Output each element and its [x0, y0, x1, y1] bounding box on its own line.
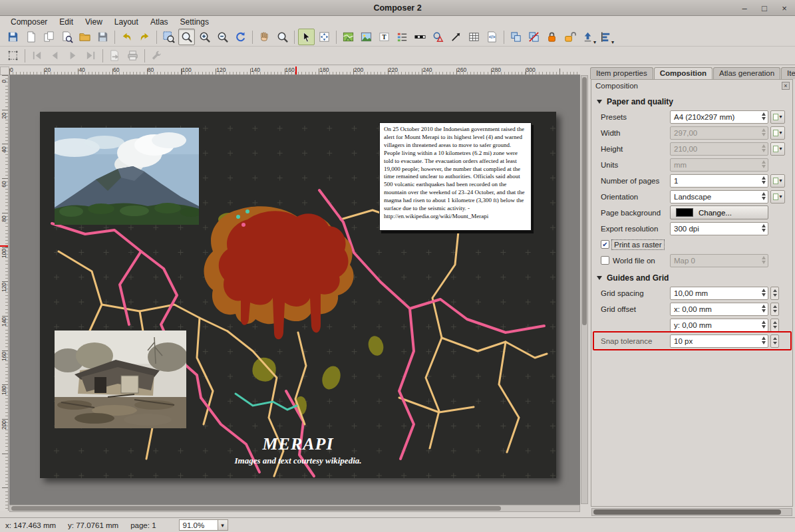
add-image-button[interactable] — [358, 29, 375, 45]
canvas-vertical-scrollbar[interactable] — [581, 75, 588, 504]
print-atlas-button[interactable] — [124, 47, 141, 64]
zoom-out-button[interactable] — [214, 29, 231, 45]
grid-offset-y-spinbox[interactable]: y: 0,00 mm — [670, 319, 768, 332]
snap-tolerance-stepper[interactable] — [770, 334, 779, 348]
maximize-button[interactable]: □ — [759, 3, 770, 13]
refresh-view-button[interactable] — [232, 29, 249, 45]
article-text-item[interactable]: On 25 October 2010 the Indonesian govern… — [379, 122, 532, 231]
save-project-button[interactable] — [5, 29, 21, 45]
menu-settings[interactable]: Settings — [175, 17, 214, 27]
page-background-change-button[interactable]: Change... — [670, 205, 768, 219]
menu-edit[interactable]: Edit — [54, 17, 79, 27]
duplicate-composer-button[interactable] — [41, 29, 57, 45]
horizontal-ruler[interactable]: 0204060801001201401601802002202402602803… — [9, 66, 580, 75]
world-file-map-combobox[interactable]: Map 0 — [670, 254, 768, 267]
panel-horizontal-scrollbar[interactable] — [591, 508, 792, 516]
zoom-dropdown-icon[interactable]: ▾ — [218, 519, 228, 531]
spin-arrows-icon[interactable] — [762, 224, 766, 232]
combo-arrows-icon[interactable] — [762, 160, 766, 168]
page-title-item[interactable]: MERAPI — [40, 434, 556, 454]
menu-composer[interactable]: Composer — [5, 17, 53, 27]
minimize-button[interactable]: – — [739, 3, 750, 13]
height-spinbox[interactable]: 210,00 — [670, 142, 768, 156]
zoom-combobox[interactable]: 91.0% ▾ — [179, 519, 228, 531]
width-spinbox[interactable]: 297,00 — [670, 126, 768, 140]
add-html-frame-button[interactable]: </> — [484, 29, 500, 45]
ruins-photo-item[interactable] — [55, 331, 186, 428]
atlas-previous-feature-button[interactable] — [47, 47, 63, 64]
zoom-tool-button[interactable] — [274, 29, 291, 45]
section-paper-and-quality[interactable]: Paper and quality — [597, 97, 788, 106]
tab-item-properties[interactable]: Item properties — [590, 67, 653, 79]
pages-data-defined-button[interactable]: ▾ — [770, 174, 785, 188]
scrollbar-thumb[interactable] — [582, 77, 587, 325]
spin-arrows-icon[interactable] — [762, 176, 766, 184]
number-of-pages-spinbox[interactable]: 1 — [670, 174, 768, 188]
merapi-photo-item[interactable] — [55, 128, 199, 225]
height-data-defined-button[interactable]: ▾ — [770, 142, 785, 156]
spin-arrows-icon[interactable] — [762, 321, 766, 329]
page-subtitle-item[interactable]: Images and text courtesy wikipedia. — [40, 456, 556, 466]
zoom-in-button[interactable] — [196, 29, 213, 45]
scrollbar-thumb[interactable] — [593, 509, 781, 515]
vertical-ruler[interactable]: 020406080100120140160180200 — [0, 75, 9, 511]
tab-items[interactable]: Items — [781, 67, 795, 79]
menu-atlas[interactable]: Atlas — [145, 17, 174, 27]
units-combobox[interactable]: mm — [670, 158, 768, 172]
add-attribute-table-button[interactable] — [466, 29, 482, 45]
add-new-label-button[interactable]: T — [376, 29, 393, 45]
orientation-data-defined-button[interactable]: ▾ — [770, 190, 785, 203]
save-as-template-button[interactable] — [94, 29, 111, 45]
add-new-map-button[interactable] — [340, 29, 357, 45]
close-button[interactable]: × — [779, 3, 790, 13]
orientation-combobox[interactable]: Landscape — [670, 190, 768, 203]
print-as-raster-checkbox[interactable]: ✔ — [601, 240, 609, 249]
atlas-last-feature-button[interactable] — [82, 47, 99, 64]
spin-arrows-icon[interactable] — [762, 144, 766, 152]
spin-arrows-icon[interactable] — [762, 128, 766, 136]
unlock-all-items-button[interactable] — [561, 29, 578, 45]
menu-layout[interactable]: Layout — [109, 17, 144, 27]
grid-spacing-spinbox[interactable]: 10,00 mm — [670, 287, 768, 300]
composer-canvas[interactable]: On 25 October 2010 the Indonesian govern… — [9, 75, 580, 511]
composer-manager-button[interactable] — [59, 29, 75, 45]
world-file-checkbox[interactable]: ✔ — [601, 256, 609, 265]
preview-atlas-button[interactable] — [106, 47, 123, 64]
select-items-button[interactable] — [5, 47, 21, 64]
add-new-scalebar-button[interactable] — [412, 29, 428, 45]
grid-spacing-stepper[interactable] — [770, 287, 779, 300]
section-guides-and-grid[interactable]: Guides and Grid — [597, 273, 788, 283]
add-new-legend-button[interactable] — [394, 29, 410, 45]
spin-arrows-icon[interactable] — [762, 336, 766, 344]
add-basic-shape-button[interactable] — [430, 29, 446, 45]
atlas-next-feature-button[interactable] — [65, 47, 81, 64]
zoom-full-extent-button[interactable] — [160, 29, 177, 45]
undo-button[interactable] — [118, 29, 135, 45]
grid-offset-y-stepper[interactable] — [770, 319, 779, 332]
pan-tool-button[interactable] — [256, 29, 273, 45]
presets-combobox[interactable]: A4 (210x297 mm) — [670, 110, 768, 124]
select-move-item-button[interactable] — [298, 29, 315, 45]
snap-tolerance-spinbox[interactable]: 10 px — [670, 334, 768, 348]
combo-arrows-icon[interactable] — [762, 192, 766, 200]
group-items-button[interactable] — [508, 29, 524, 45]
redo-button[interactable] — [136, 29, 153, 45]
export-resolution-spinbox[interactable]: 300 dpi — [670, 222, 768, 235]
atlas-settings-button[interactable] — [148, 47, 165, 64]
lock-selected-items-button[interactable] — [544, 29, 560, 45]
add-arrow-button[interactable] — [448, 29, 464, 45]
ungroup-items-button[interactable] — [526, 29, 542, 45]
tab-composition[interactable]: Composition — [654, 67, 713, 80]
width-data-defined-button[interactable]: ▾ — [770, 126, 785, 140]
tab-atlas-generation[interactable]: Atlas generation — [713, 67, 780, 79]
canvas-horizontal-scrollbar[interactable] — [9, 505, 580, 512]
grid-offset-x-spinbox[interactable]: x: 0,00 mm — [670, 303, 768, 316]
combo-arrows-icon[interactable] — [762, 256, 766, 264]
grid-offset-x-stepper[interactable] — [770, 303, 779, 316]
scrollbar-thumb[interactable] — [11, 506, 501, 511]
combo-arrows-icon[interactable] — [762, 112, 766, 120]
zoom-100-button[interactable] — [178, 29, 195, 45]
move-item-content-button[interactable] — [316, 29, 333, 45]
menu-view[interactable]: View — [80, 17, 108, 27]
align-items-button[interactable]: ▾ — [597, 29, 614, 45]
